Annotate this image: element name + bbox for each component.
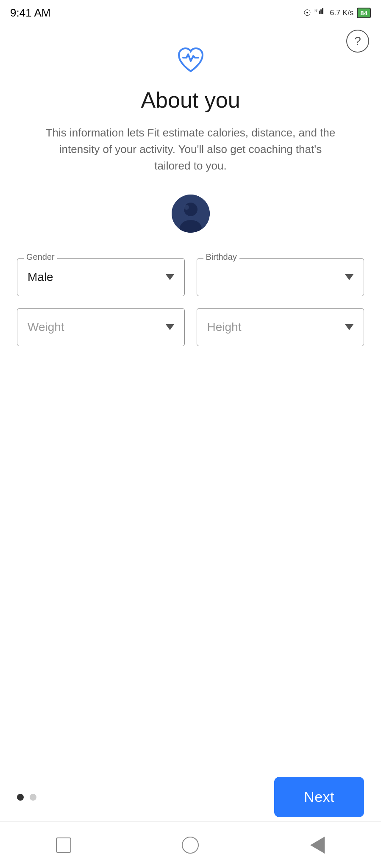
form-grid: Gender Male Birthday Weight Height <box>17 258 364 346</box>
back-icon <box>310 837 325 854</box>
status-bar: 9:41 AM ☉ R 6.7 K/s 84 <box>0 0 381 24</box>
birthday-field-container: Birthday <box>197 258 364 296</box>
home-icon <box>182 837 199 854</box>
svg-rect-3 <box>322 8 323 14</box>
main-content: About you This information lets Fit esti… <box>0 24 381 346</box>
birthday-dropdown[interactable] <box>197 258 364 296</box>
birthday-dropdown-arrow <box>345 274 353 280</box>
recent-apps-icon <box>56 837 71 853</box>
dot-1 <box>17 794 24 801</box>
logo-container <box>175 45 206 77</box>
height-placeholder: Height <box>207 320 242 334</box>
wifi-icon: ☉ <box>303 8 311 18</box>
gender-dropdown[interactable]: Male <box>17 258 185 296</box>
help-icon: ? <box>354 34 361 48</box>
gender-label: Gender <box>24 252 57 262</box>
avatar-container[interactable] <box>172 195 210 233</box>
weight-dropdown-arrow <box>166 324 174 330</box>
dot-2 <box>30 794 36 801</box>
nav-recent-button[interactable] <box>51 832 76 858</box>
height-dropdown[interactable]: Height <box>197 308 364 346</box>
bottom-area: Next <box>0 777 381 817</box>
page-title: About you <box>141 87 240 113</box>
height-field-container: Height <box>197 308 364 346</box>
wifi-icon: R <box>314 8 326 17</box>
user-avatar[interactable] <box>172 195 210 233</box>
nav-bar <box>0 821 381 868</box>
page-description: This information lets Fit estimate calor… <box>42 125 339 174</box>
gender-field-container: Gender Male <box>17 258 185 296</box>
status-time: 9:41 AM <box>10 6 50 19</box>
svg-rect-1 <box>319 11 320 14</box>
svg-text:R: R <box>314 8 317 13</box>
battery-icon: 84 <box>357 8 371 18</box>
weight-placeholder: Weight <box>28 320 64 334</box>
nav-back-button[interactable] <box>305 832 330 858</box>
pagination-dots <box>17 794 36 801</box>
svg-rect-2 <box>320 9 322 14</box>
svg-point-7 <box>184 205 189 210</box>
network-speed: 6.7 K/s <box>330 8 353 17</box>
gender-dropdown-arrow <box>166 274 174 280</box>
nav-home-button[interactable] <box>178 832 203 858</box>
gender-value: Male <box>28 270 53 284</box>
help-button[interactable]: ? <box>346 30 369 53</box>
status-icons: ☉ R 6.7 K/s 84 <box>303 8 371 18</box>
weight-dropdown[interactable]: Weight <box>17 308 185 346</box>
birthday-label: Birthday <box>203 252 239 262</box>
weight-field-container: Weight <box>17 308 185 346</box>
fit-logo <box>175 45 206 75</box>
next-button[interactable]: Next <box>274 777 364 817</box>
height-dropdown-arrow <box>345 324 353 330</box>
